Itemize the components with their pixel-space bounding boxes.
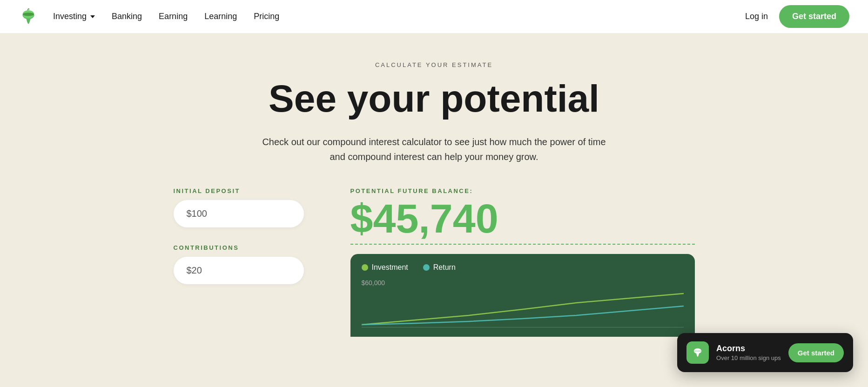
nav-investing-label: Investing: [53, 12, 87, 21]
hero-description: Check out our compound interest calculat…: [262, 134, 606, 164]
nav-pricing-label: Pricing: [254, 12, 279, 21]
calculate-label: CALCULATE YOUR ESTIMATE: [19, 61, 849, 68]
investment-label: Investment: [372, 263, 408, 272]
chart-legend: Investment Return: [362, 263, 684, 272]
return-dot: [423, 264, 430, 271]
nav-links: Investing Banking Earning Learning Prici…: [53, 12, 745, 21]
navbar: Investing Banking Earning Learning Prici…: [0, 0, 868, 33]
legend-investment: Investment: [362, 263, 408, 272]
nav-item-learning[interactable]: Learning: [204, 12, 237, 21]
toast-cta-button[interactable]: Get started: [788, 343, 844, 362]
nav-item-investing[interactable]: Investing: [53, 12, 95, 21]
svg-point-3: [23, 13, 34, 16]
potential-amount: $45,740: [350, 198, 695, 239]
nav-item-earning[interactable]: Earning: [159, 12, 188, 21]
initial-deposit-input[interactable]: [174, 200, 304, 227]
toast-icon: [686, 341, 709, 364]
get-started-nav-button[interactable]: Get started: [779, 5, 849, 28]
nav-right: Log in Get started: [745, 5, 849, 28]
login-button[interactable]: Log in: [745, 12, 768, 21]
initial-deposit-label: INITIAL DEPOSIT: [174, 187, 323, 194]
left-panel: INITIAL DEPOSIT CONTRIBUTIONS: [174, 187, 323, 301]
chevron-down-icon: [90, 15, 95, 18]
chart-bar-area: [362, 290, 684, 327]
contributions-input[interactable]: [174, 257, 304, 284]
logo[interactable]: [19, 7, 38, 27]
toast-text: Acorns Over 10 million sign ups: [716, 344, 781, 361]
toast-subtitle: Over 10 million sign ups: [716, 354, 781, 361]
legend-return: Return: [423, 263, 456, 272]
potential-label: POTENTIAL FUTURE BALANCE:: [350, 187, 695, 194]
investment-dot: [362, 264, 368, 271]
calculator-area: INITIAL DEPOSIT CONTRIBUTIONS POTENTIAL …: [155, 187, 713, 337]
nav-learning-label: Learning: [204, 12, 237, 21]
svg-rect-5: [694, 350, 701, 352]
nav-earning-label: Earning: [159, 12, 188, 21]
contributions-label: CONTRIBUTIONS: [174, 244, 323, 251]
nav-item-banking[interactable]: Banking: [112, 12, 142, 21]
chart-container: Investment Return $60,000: [350, 254, 695, 337]
toast-notification: Acorns Over 10 million sign ups Get star…: [677, 333, 853, 372]
return-label: Return: [433, 263, 456, 272]
toast-title: Acorns: [716, 344, 781, 354]
dashed-divider: [350, 244, 695, 245]
hero-title: See your potential: [19, 78, 849, 120]
nav-item-pricing[interactable]: Pricing: [254, 12, 279, 21]
chart-y-label: $60,000: [362, 279, 684, 287]
right-panel: POTENTIAL FUTURE BALANCE: $45,740 Invest…: [350, 187, 695, 337]
nav-banking-label: Banking: [112, 12, 142, 21]
